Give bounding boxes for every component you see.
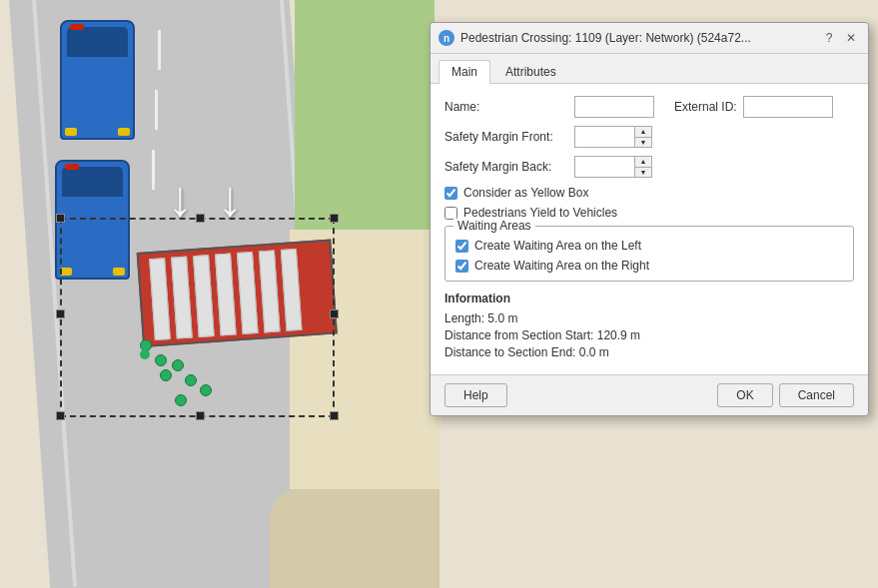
- ped-6: [200, 384, 212, 396]
- pedestrians-yield-checkbox[interactable]: [444, 207, 457, 220]
- info-length: Length: 5.0 m: [444, 311, 854, 325]
- car-1: [60, 20, 135, 140]
- car-2-roof-detail: [65, 164, 79, 170]
- safety-margin-front-down[interactable]: ▼: [635, 138, 651, 148]
- ped-2: [155, 354, 167, 366]
- lane-dash-1: [158, 30, 161, 70]
- safety-margin-back-input[interactable]: 3.0 m: [574, 156, 634, 178]
- car-1-light-l: [65, 128, 77, 136]
- arrow-left: ↓: [168, 170, 193, 228]
- ped-3: [172, 359, 184, 371]
- tab-main[interactable]: Main: [439, 60, 490, 84]
- external-id-label: External ID:: [674, 100, 737, 114]
- dialog-titlebar: n Pedestrian Crossing: 1109 (Layer: Netw…: [431, 23, 868, 54]
- stripe-2: [171, 257, 193, 339]
- tab-attributes[interactable]: Attributes: [492, 60, 569, 83]
- stripe-6: [259, 250, 281, 332]
- ped-4: [160, 369, 172, 381]
- stripe-7: [281, 249, 303, 331]
- car-1-light-r: [118, 128, 130, 136]
- ped-7: [140, 349, 150, 359]
- yellow-box-label[interactable]: Consider as Yellow Box: [463, 186, 588, 200]
- sel-handle-tr: [330, 214, 339, 223]
- help-icon-btn[interactable]: ?: [820, 29, 838, 47]
- sel-handle-mr: [330, 309, 339, 318]
- crossing-red: [137, 240, 338, 347]
- safety-margin-front-spinner: 3.0 m ▲ ▼: [574, 126, 652, 148]
- lane-dash-2: [155, 90, 158, 130]
- waiting-area-right-checkbox[interactable]: [455, 260, 468, 273]
- app-icon: n: [439, 30, 454, 46]
- close-button[interactable]: ✕: [842, 29, 860, 47]
- waiting-areas-inner: Create Waiting Area on the Left Create W…: [455, 239, 843, 273]
- sel-handle-br: [330, 411, 339, 420]
- sidewalk-curve: [270, 489, 439, 588]
- waiting-area-left-row: Create Waiting Area on the Left: [455, 239, 843, 253]
- lane-dash-3: [152, 150, 155, 190]
- arrow-right: ↓: [218, 170, 243, 228]
- safety-margin-front-row: Safety Margin Front: 3.0 m ▲ ▼: [444, 126, 854, 148]
- yellow-box-row: Consider as Yellow Box: [444, 186, 854, 200]
- stripe-1: [149, 258, 171, 340]
- dialog-controls: ? ✕: [820, 29, 860, 47]
- car-2-light-r: [113, 268, 125, 276]
- dialog-title: Pedestrian Crossing: 1109 (Layer: Networ…: [460, 31, 820, 45]
- waiting-area-right-label[interactable]: Create Waiting Area on the Right: [474, 259, 649, 273]
- waiting-areas-title: Waiting Areas: [453, 219, 535, 233]
- waiting-area-left-checkbox[interactable]: [455, 240, 468, 253]
- info-distance-end: Distance to Section End: 0.0 m: [444, 345, 854, 359]
- car-2: [55, 160, 130, 280]
- external-id-input[interactable]: [743, 96, 833, 118]
- car-1-roof-detail: [70, 24, 84, 30]
- sel-handle-ml: [56, 309, 65, 318]
- sel-handle-bl: [56, 411, 65, 420]
- info-distance-start: Distance from Section Start: 120.9 m: [444, 328, 854, 342]
- waiting-area-right-row: Create Waiting Area on the Right: [455, 259, 843, 273]
- safety-margin-back-label: Safety Margin Back:: [444, 160, 574, 174]
- ped-5: [185, 374, 197, 386]
- dialog-footer: Help OK Cancel: [431, 374, 868, 415]
- waiting-area-left-label[interactable]: Create Waiting Area on the Left: [474, 239, 641, 253]
- name-label: Name:: [444, 100, 574, 114]
- pedestrians-yield-label[interactable]: Pedestrians Yield to Vehicles: [463, 206, 617, 220]
- safety-margin-front-spinner-btns: ▲ ▼: [634, 126, 652, 148]
- footer-right-buttons: OK Cancel: [717, 383, 854, 407]
- ped-8: [175, 394, 187, 406]
- stripe-3: [193, 255, 215, 337]
- dialog: n Pedestrian Crossing: 1109 (Layer: Netw…: [430, 22, 869, 416]
- safety-margin-back-spinner: 3.0 m ▲ ▼: [574, 156, 652, 178]
- stripe-4: [215, 254, 237, 336]
- sel-handle-tl: [56, 214, 65, 223]
- car-1-roof: [67, 27, 128, 57]
- pedestrians-yield-row: Pedestrians Yield to Vehicles: [444, 206, 854, 220]
- safety-margin-front-input[interactable]: 3.0 m: [574, 126, 634, 148]
- sel-handle-tm: [196, 214, 205, 223]
- car-2-light-l: [60, 268, 72, 276]
- tabs-bar: Main Attributes: [431, 54, 868, 84]
- stripe-5: [237, 252, 259, 334]
- cancel-button[interactable]: Cancel: [779, 383, 854, 407]
- safety-margin-back-row: Safety Margin Back: 3.0 m ▲ ▼: [444, 156, 854, 178]
- yellow-box-checkbox[interactable]: [444, 187, 457, 200]
- safety-margin-back-down[interactable]: ▼: [635, 168, 651, 178]
- sel-handle-bm: [196, 411, 205, 420]
- ok-button[interactable]: OK: [717, 383, 772, 407]
- safety-margin-front-up[interactable]: ▲: [635, 127, 651, 138]
- information-title: Information: [444, 292, 854, 305]
- safety-margin-back-spinner-btns: ▲ ▼: [634, 156, 652, 178]
- safety-margin-front-label: Safety Margin Front:: [444, 130, 574, 144]
- name-input[interactable]: [574, 96, 654, 118]
- car-2-roof: [62, 167, 123, 197]
- waiting-areas-group: Waiting Areas Create Waiting Area on the…: [444, 226, 854, 282]
- name-row: Name: External ID:: [444, 96, 854, 118]
- dialog-body: Name: External ID: Safety Margin Front: …: [431, 84, 868, 374]
- safety-margin-back-up[interactable]: ▲: [635, 157, 651, 168]
- information-section: Information Length: 5.0 m Distance from …: [444, 292, 854, 359]
- help-button[interactable]: Help: [444, 383, 507, 407]
